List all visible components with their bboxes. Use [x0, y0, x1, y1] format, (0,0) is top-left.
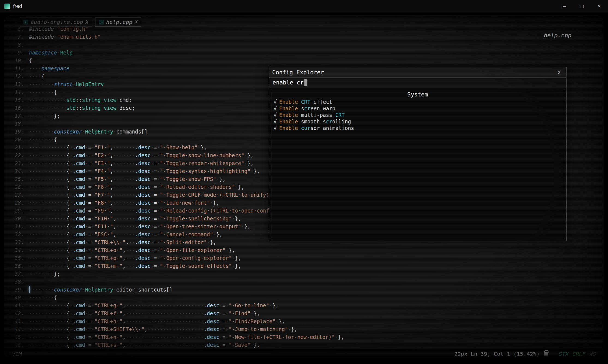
code-line-text: namespace·Help — [29, 49, 73, 57]
config-query-text: enable cr — [272, 79, 304, 86]
line-number: 21. — [8, 144, 24, 151]
line-number: 39. — [8, 286, 24, 294]
code-line: 7.#include·"enum-utils.h" — [8, 33, 344, 41]
code-line: 37.········}; — [8, 270, 344, 278]
checkmark-icon: √ — [274, 99, 277, 105]
line-number: 35. — [8, 254, 24, 262]
code-line-text: #include·"enum-utils.h" — [29, 33, 101, 41]
minimize-button[interactable]: – — [556, 0, 573, 13]
code-line-text: ············{·.cmd·=·"F4·",·······.desc·… — [29, 167, 260, 175]
code-line-text: ········{ — [29, 136, 57, 144]
maximize-button[interactable]: □ — [573, 0, 591, 13]
line-number: 26. — [8, 183, 24, 191]
line-number: 32. — [8, 230, 24, 238]
tab-close-icon[interactable]: X — [86, 19, 88, 25]
status-flag-ws: WS — [589, 351, 596, 357]
line-number: 44. — [8, 325, 24, 333]
config-close-icon[interactable]: X — [555, 69, 563, 76]
line-number: 46. — [8, 341, 24, 349]
code-line: 43.············{·.cmd·=·"CTRL+h·",······… — [8, 317, 344, 325]
code-line-text: ············{·.cmd·=·"CTRL+s·",·········… — [29, 341, 260, 349]
active-file-indicator: help.cpp — [544, 32, 571, 39]
checkmark-icon: √ — [274, 112, 277, 118]
line-number: 37. — [8, 270, 24, 278]
code-line-text: ············std::string_view·cmd; — [29, 96, 132, 104]
code-line-text: ············{·.cmd·=·"ESC·",······.desc·… — [29, 230, 222, 238]
code-line-text: ············{·.cmd·=·"CTRL+n·",·········… — [29, 333, 344, 341]
window-controls: – □ × — [556, 0, 608, 13]
window-title: fred — [13, 3, 22, 9]
config-item[interactable]: √Enable cursor animations — [274, 125, 562, 131]
code-line: 44.············{·.cmd·=·"CTRL+SHIFT+\\·"… — [8, 325, 344, 333]
line-number: 10. — [8, 57, 24, 65]
line-number: 38. — [8, 278, 24, 286]
code-line-text: { — [29, 57, 32, 65]
status-flags: STXCRLFWS — [559, 351, 596, 357]
code-line-text: ········constexpr·HelpEntry·commands[] — [29, 128, 148, 136]
code-line: 41.············{·.cmd·=·"CTRL+g·",······… — [8, 302, 344, 310]
code-line-text: ········struct·HelpEntry — [29, 80, 104, 88]
tab-help.cpp[interactable]: +help.cppX — [95, 17, 141, 27]
lock-icon — [544, 352, 548, 356]
crt-display: +audio-engine.cppX+help.cppX help.cpp 6.… — [4, 15, 604, 359]
line-number: 45. — [8, 333, 24, 341]
tab-label: help.cpp — [106, 19, 132, 25]
config-explorer-panel: Config Explorer X enable cr System √Enab… — [269, 67, 567, 241]
tab-close-icon[interactable]: X — [135, 19, 137, 25]
code-line-text: ········}; — [29, 112, 60, 120]
config-item[interactable]: √Enable smooth scrolling — [274, 118, 562, 125]
config-item[interactable]: √Enable multi-pass CRT — [274, 112, 562, 118]
code-line-text: ············{·.cmd·=·"F7·",·······.desc·… — [29, 191, 282, 199]
close-button[interactable]: × — [591, 0, 608, 13]
code-line-text: ············{·.cmd·=·"F9·",·······.desc·… — [29, 207, 291, 215]
cpp-file-icon: + — [23, 20, 28, 25]
code-line-text: ············{·.cmd·=·"CTRL+m·",···.desc·… — [29, 262, 241, 270]
config-item-list: √Enable CRT effect√Enable screen warp√En… — [274, 99, 562, 131]
code-line-text: ········}; — [29, 270, 60, 278]
config-explorer-titlebar: Config Explorer X — [269, 67, 566, 78]
app-icon — [4, 4, 10, 9]
line-number: 30. — [8, 215, 24, 223]
config-section-header: System — [274, 90, 562, 99]
line-number: 7. — [8, 33, 24, 41]
line-number: 40. — [8, 294, 24, 302]
editor-screen: +audio-engine.cppX+help.cppX help.cpp 6.… — [0, 13, 608, 364]
code-line: 35.············{·.cmd·=·"CTRL+p·",···.de… — [8, 254, 344, 262]
code-line-text: ············{·.cmd·=·"F8·",·······.desc·… — [29, 199, 219, 207]
code-line: 10.{ — [8, 57, 344, 65]
code-line-text: ············{·.cmd·=·"F11·",······.desc·… — [29, 223, 250, 230]
code-line-text: ············{·.cmd·=·"F5·",·······.desc·… — [29, 175, 226, 183]
status-flag-stx: STX — [559, 351, 569, 357]
line-number: 41. — [8, 302, 24, 310]
code-line: 38. — [8, 278, 344, 286]
text-caret — [304, 79, 307, 86]
code-line-text: ············std::string_view·desc; — [29, 104, 135, 112]
code-line-text: ············{·.cmd·=·"CTRL+SHIFT+\\·",··… — [29, 325, 297, 333]
config-search-input[interactable]: enable cr — [269, 78, 566, 87]
line-number: 18. — [8, 120, 24, 128]
config-item[interactable]: √Enable screen warp — [274, 105, 562, 112]
code-line-text: ············{·.cmd·=·"CTRL+g·",·········… — [29, 302, 278, 310]
code-line-text: ············{·.cmd·=·"CTRL+\\·",··.desc·… — [29, 238, 216, 246]
mode-indicator: VIM — [12, 351, 22, 357]
line-number: 9. — [8, 49, 24, 57]
line-number: 20. — [8, 136, 24, 144]
tab-label: audio-engine.cpp — [31, 19, 83, 25]
code-line: 34.············{·.cmd·=·"CTRL+o·",···.de… — [8, 246, 344, 254]
config-results-box: System √Enable CRT effect√Enable screen … — [271, 90, 564, 239]
line-number: 16. — [8, 104, 24, 112]
code-line-text: ············{·.cmd·=·"CTRL+p·",···.desc·… — [29, 254, 241, 262]
cpp-file-icon: + — [99, 20, 104, 25]
line-number: 14. — [8, 88, 24, 96]
code-line-text: ············{·.cmd·=·"CTRL+h·",·········… — [29, 317, 285, 325]
line-number: 34. — [8, 246, 24, 254]
checkmark-icon: √ — [274, 105, 277, 112]
tab-audio-engine.cpp[interactable]: +audio-engine.cppX — [20, 17, 92, 27]
line-number: 31. — [8, 223, 24, 230]
config-item[interactable]: √Enable CRT effect — [274, 99, 562, 105]
code-line-text: ····{ — [29, 72, 44, 80]
line-number: 25. — [8, 175, 24, 183]
code-line: 42.············{·.cmd·=·"CTRL+f·",······… — [8, 310, 344, 317]
code-line: 46.············{·.cmd·=·"CTRL+s·",······… — [8, 341, 344, 349]
code-line: 9.namespace·Help — [8, 49, 344, 57]
